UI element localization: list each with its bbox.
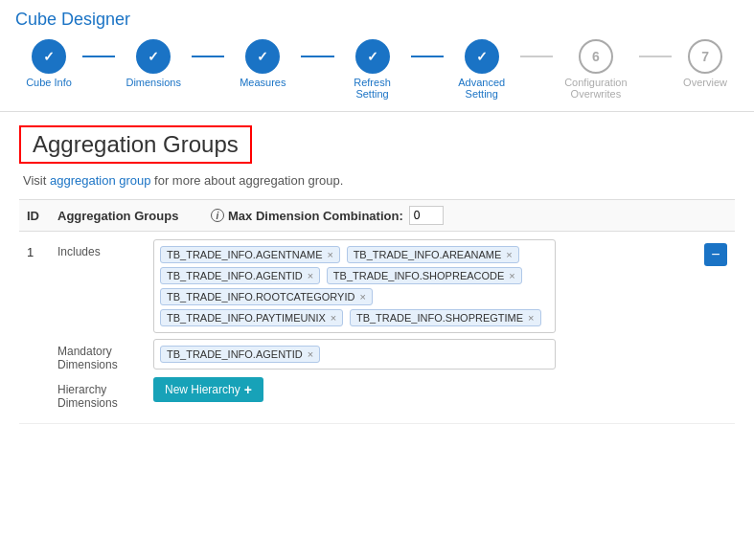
connector-2	[192, 56, 224, 57]
tag-x[interactable]: ×	[308, 348, 313, 360]
tag-areaname: TB_TRADE_INFO.AREANAME ×	[347, 246, 519, 263]
tag-x[interactable]: ×	[328, 249, 333, 260]
col-max-label: Max Dimension Combination:	[228, 209, 403, 223]
tag-x[interactable]: ×	[506, 249, 512, 260]
includes-label: Includes	[57, 239, 153, 258]
mandatory-tag-agentid: TB_TRADE_INFO.AGENTID ×	[160, 346, 320, 363]
max-dimension-input[interactable]	[409, 206, 444, 225]
tag-rootcategoryid: TB_TRADE_INFO.ROOTCATEGORYID ×	[160, 288, 373, 305]
col-agg-header: Aggregation Groups	[57, 209, 211, 223]
desc-suffix: for more about aggregation group.	[150, 173, 343, 188]
group-row-actions: −	[697, 239, 735, 266]
step-5[interactable]: ✓ AdvancedSetting	[444, 39, 520, 100]
new-hierarchy-label: New Hierarchy	[165, 383, 240, 396]
step-7-circle: 7	[688, 39, 722, 74]
agg-group-link[interactable]: aggregation group	[50, 173, 151, 188]
plus-icon: +	[244, 382, 252, 397]
step-4-label: RefreshSetting	[354, 77, 391, 100]
header: Cube Designer ✓ Cube Info ✓ Dimensions ✓…	[0, 0, 754, 112]
step-2[interactable]: ✓ Dimensions	[115, 39, 192, 88]
step-5-circle: ✓	[465, 39, 499, 74]
tag-x[interactable]: ×	[359, 291, 365, 302]
step-1-circle: ✓	[32, 39, 66, 74]
col-max-header: i Max Dimension Combination:	[211, 206, 444, 225]
tag-x[interactable]: ×	[308, 270, 313, 281]
table-header: ID Aggregation Groups i Max Dimension Co…	[19, 199, 735, 232]
step-6-circle: 6	[579, 39, 613, 74]
step-4[interactable]: ✓ RefreshSetting	[334, 39, 411, 100]
info-icon: i	[211, 209, 224, 222]
tag-agentname: TB_TRADE_INFO.AGENTNAME ×	[160, 246, 340, 263]
desc-prefix: Visit	[23, 173, 50, 188]
remove-group-button[interactable]: −	[704, 243, 727, 266]
step-2-label: Dimensions	[126, 77, 180, 88]
step-5-label: AdvancedSetting	[458, 77, 505, 100]
tag-agentid: TB_TRADE_INFO.AGENTID ×	[160, 267, 320, 284]
hierarchy-content: New Hierarchy+	[153, 377, 556, 402]
connector-3	[301, 56, 333, 57]
new-hierarchy-button[interactable]: New Hierarchy+	[153, 377, 263, 402]
connector-4	[411, 56, 444, 57]
includes-tags-box[interactable]: TB_TRADE_INFO.AGENTNAME × TB_TRADE_INFO.…	[153, 239, 556, 333]
step-6-label: ConfigurationOverwrites	[564, 77, 627, 100]
tag-x[interactable]: ×	[509, 270, 514, 281]
includes-row: Includes TB_TRADE_INFO.AGENTNAME × TB_TR…	[57, 239, 697, 333]
tag-shopreacode: TB_TRADE_INFO.SHOPREACODE ×	[327, 267, 522, 284]
connector-6	[639, 56, 672, 57]
step-1-label: Cube Info	[26, 77, 72, 88]
app-title: Cube Designer	[15, 10, 739, 30]
tag-paytimeunix: TB_TRADE_INFO.PAYTIMEUNIX ×	[160, 309, 343, 326]
tag-x[interactable]: ×	[331, 312, 336, 324]
step-2-circle: ✓	[136, 39, 171, 74]
connector-1	[82, 56, 115, 57]
group-row-num: 1	[19, 239, 57, 259]
step-3-label: Measures	[240, 77, 286, 88]
step-4-circle: ✓	[355, 39, 390, 74]
connector-5	[520, 56, 553, 57]
section-title: Aggregation Groups	[19, 125, 252, 164]
step-1[interactable]: ✓ Cube Info	[15, 39, 82, 88]
step-3[interactable]: ✓ Measures	[224, 39, 301, 88]
mandatory-row: Mandatory Dimensions TB_TRADE_INFO.AGENT…	[57, 339, 697, 371]
step-7-label: Overview	[683, 77, 727, 88]
group-row-1: 1 Includes TB_TRADE_INFO.AGENTNAME × TB_…	[19, 232, 735, 424]
steps-bar: ✓ Cube Info ✓ Dimensions ✓ Measures ✓ Re…	[15, 39, 739, 107]
tag-shopregtime: TB_TRADE_INFO.SHOPREGTIME ×	[350, 309, 541, 326]
description: Visit aggregation group for more about a…	[19, 173, 735, 188]
mandatory-label: Mandatory Dimensions	[57, 339, 153, 371]
hierarchy-row: Hierarchy Dimensions New Hierarchy+	[57, 377, 697, 410]
content: Aggregation Groups Visit aggregation gro…	[0, 112, 754, 437]
step-6[interactable]: 6 ConfigurationOverwrites	[553, 39, 639, 100]
step-3-circle: ✓	[245, 39, 280, 74]
col-id-header: ID	[19, 209, 57, 223]
tag-x[interactable]: ×	[528, 312, 534, 324]
group-row-content: Includes TB_TRADE_INFO.AGENTNAME × TB_TR…	[57, 239, 697, 415]
mandatory-tags-box[interactable]: TB_TRADE_INFO.AGENTID ×	[153, 339, 556, 370]
step-7[interactable]: 7 Overview	[672, 39, 739, 88]
hierarchy-label: Hierarchy Dimensions	[57, 377, 153, 410]
